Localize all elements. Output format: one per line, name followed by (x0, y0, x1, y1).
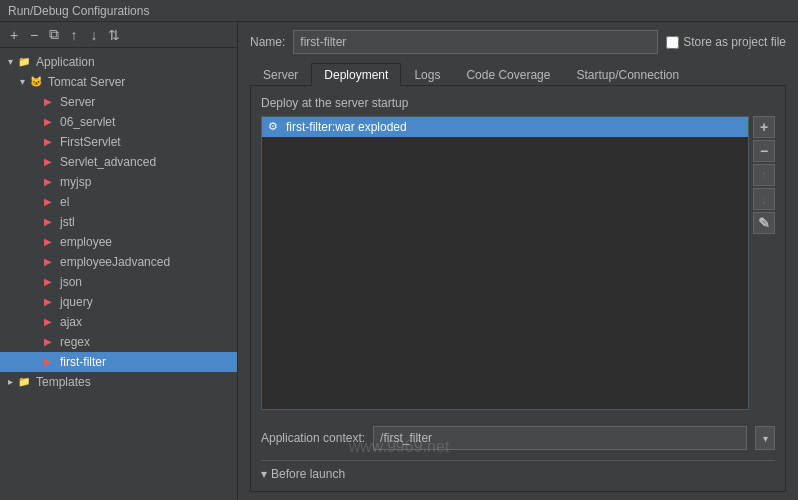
config-icon: ▶ (40, 314, 56, 330)
tree-item-regex[interactable]: ▶regex (0, 332, 237, 352)
before-launch-section: ▾ Before launch (261, 460, 775, 481)
move-up-button[interactable]: ↑ (66, 27, 82, 43)
config-icon: ▶ (40, 194, 56, 210)
name-input[interactable] (293, 30, 658, 54)
deploy-add-button[interactable]: + (753, 116, 775, 138)
tree-arrow-icon: ▸ (4, 376, 16, 388)
tree-item-label: Application (36, 55, 95, 69)
tab-server[interactable]: Server (250, 63, 311, 86)
tree-item-first-filter[interactable]: ▶first-filter (0, 352, 237, 372)
config-icon: ▶ (40, 294, 56, 310)
tree-item-label: FirstServlet (60, 135, 121, 149)
config-icon: ▶ (40, 114, 56, 130)
deploy-remove-button[interactable]: − (753, 140, 775, 162)
tree-item-server[interactable]: ▶Server (0, 92, 237, 112)
tab-startup-connection[interactable]: Startup/Connection (563, 63, 692, 86)
tree-item-myjsp[interactable]: ▶myjsp (0, 172, 237, 192)
deploy-item-first-filter-war[interactable]: ⚙first-filter:war exploded (262, 117, 748, 137)
main-container: + − ⧉ ↑ ↓ ⇅ ▾📁Application▾🐱Tomcat Server… (0, 22, 798, 500)
config-icon: ▶ (40, 214, 56, 230)
tree-item-label: employee (60, 235, 112, 249)
store-checkbox-area: Store as project file (666, 35, 786, 49)
config-icon: ▶ (40, 94, 56, 110)
app-context-dropdown-button[interactable]: ▾ (755, 426, 775, 450)
remove-config-button[interactable]: − (26, 27, 42, 43)
tree-item-label: regex (60, 335, 90, 349)
move-down-button[interactable]: ↓ (86, 27, 102, 43)
deploy-edit-button[interactable]: ✎ (753, 212, 775, 234)
config-icon: ▶ (40, 134, 56, 150)
name-label: Name: (250, 35, 285, 49)
tree-item-label: json (60, 275, 82, 289)
tree-item-employeeJadvanced[interactable]: ▶employeeJadvanced (0, 252, 237, 272)
store-label: Store as project file (683, 35, 786, 49)
tree-item-employee[interactable]: ▶employee (0, 232, 237, 252)
config-tree: ▾📁Application▾🐱Tomcat Server▶Server▶06_s… (0, 48, 237, 500)
config-icon: ▶ (40, 174, 56, 190)
tree-item-label: 06_servlet (60, 115, 115, 129)
tree-item-label: jquery (60, 295, 93, 309)
tabs-bar: ServerDeploymentLogsCode CoverageStartup… (250, 62, 786, 86)
config-icon: ▶ (40, 354, 56, 370)
before-launch-arrow-icon: ▾ (261, 467, 267, 481)
tree-item-templates[interactable]: ▸📁Templates (0, 372, 237, 392)
left-toolbar: + − ⧉ ↑ ↓ ⇅ (0, 22, 237, 48)
tree-item-Servlet_advanced[interactable]: ▶Servlet_advanced (0, 152, 237, 172)
tree-item-label: Server (60, 95, 95, 109)
add-config-button[interactable]: + (6, 27, 22, 43)
deploy-up-button[interactable]: ↑ (753, 164, 775, 186)
tree-item-ajax[interactable]: ▶ajax (0, 312, 237, 332)
tree-item-06_servlet[interactable]: ▶06_servlet (0, 112, 237, 132)
tree-item-tomcat-server[interactable]: ▾🐱Tomcat Server (0, 72, 237, 92)
name-row: Name: Store as project file (250, 30, 786, 54)
tree-item-jstl[interactable]: ▶jstl (0, 212, 237, 232)
tree-item-label: Templates (36, 375, 91, 389)
before-launch-header[interactable]: ▾ Before launch (261, 467, 775, 481)
tree-item-label: myjsp (60, 175, 91, 189)
deploy-list: ⚙first-filter:war exploded (261, 116, 749, 410)
config-icon: ▶ (40, 154, 56, 170)
tab-code-coverage[interactable]: Code Coverage (453, 63, 563, 86)
config-icon: ▶ (40, 234, 56, 250)
right-panel: Name: Store as project file ServerDeploy… (238, 22, 798, 500)
config-icon: ▶ (40, 334, 56, 350)
deploy-item-icon: ⚙ (268, 120, 282, 134)
config-icon: ▶ (40, 254, 56, 270)
tree-item-FirstServlet[interactable]: ▶FirstServlet (0, 132, 237, 152)
deploy-list-container: ⚙first-filter:war exploded + − ↑ ↓ ✎ (261, 116, 775, 410)
tab-deployment[interactable]: Deployment (311, 63, 401, 86)
tree-arrow-icon: ▾ (4, 56, 16, 68)
before-launch-label: Before launch (271, 467, 345, 481)
title-bar: Run/Debug Configurations (0, 0, 798, 22)
sort-button[interactable]: ⇅ (106, 27, 122, 43)
tree-item-label: jstl (60, 215, 75, 229)
tree-item-application[interactable]: ▾📁Application (0, 52, 237, 72)
server-icon: 🐱 (28, 74, 44, 90)
window-title: Run/Debug Configurations (8, 4, 149, 18)
tree-item-label: ajax (60, 315, 82, 329)
deploy-item-label: first-filter:war exploded (286, 120, 407, 134)
app-context-label: Application context: (261, 431, 365, 445)
tree-item-label: Tomcat Server (48, 75, 125, 89)
tree-item-label: el (60, 195, 69, 209)
app-context-input[interactable] (373, 426, 747, 450)
deploy-down-button[interactable]: ↓ (753, 188, 775, 210)
left-panel: + − ⧉ ↑ ↓ ⇅ ▾📁Application▾🐱Tomcat Server… (0, 22, 238, 500)
store-checkbox[interactable] (666, 36, 679, 49)
tree-item-json[interactable]: ▶json (0, 272, 237, 292)
config-icon: ▶ (40, 274, 56, 290)
tab-content: Deploy at the server startup ⚙first-filt… (250, 86, 786, 492)
tab-logs[interactable]: Logs (401, 63, 453, 86)
folder-icon: 📁 (16, 374, 32, 390)
list-side-buttons: + − ↑ ↓ ✎ (753, 116, 775, 410)
tree-arrow-icon: ▾ (16, 76, 28, 88)
tree-item-label: employeeJadvanced (60, 255, 170, 269)
tree-item-label: Servlet_advanced (60, 155, 156, 169)
copy-config-button[interactable]: ⧉ (46, 27, 62, 43)
tree-item-jquery[interactable]: ▶jquery (0, 292, 237, 312)
folder-icon: 📁 (16, 54, 32, 70)
tree-item-el[interactable]: ▶el (0, 192, 237, 212)
app-context-row: Application context: ▾ (261, 426, 775, 450)
tree-item-label: first-filter (60, 355, 106, 369)
section-label: Deploy at the server startup (261, 96, 775, 110)
